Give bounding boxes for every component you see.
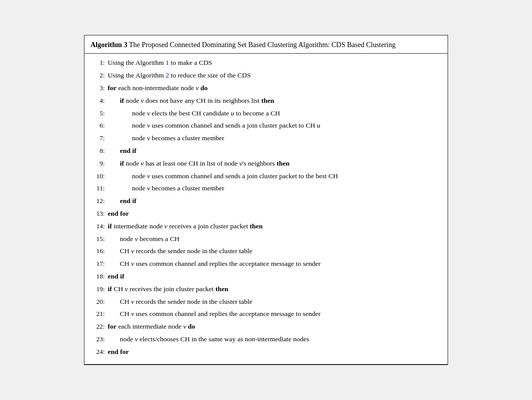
line-content: node v becomes a cluster member bbox=[108, 183, 441, 194]
line-number: 11: bbox=[91, 183, 105, 194]
line-number: 17: bbox=[91, 259, 105, 269]
line-number: 12: bbox=[91, 196, 105, 207]
line-number: 19: bbox=[91, 284, 105, 295]
line-content: node v becomes a cluster member bbox=[108, 133, 441, 144]
line-content: node v uses common channel and sends a j… bbox=[108, 120, 441, 131]
algo-line-15: 15:node v becomes a CH bbox=[91, 232, 441, 245]
line-number: 10: bbox=[91, 171, 105, 182]
algo-line-19: 19:if CH v receives the join cluster pac… bbox=[91, 283, 441, 295]
line-number: 16: bbox=[91, 246, 105, 257]
algo-line-10: 10:node v uses common channel and sends … bbox=[91, 170, 441, 182]
algo-line-18: 18:end if bbox=[91, 270, 441, 283]
algo-line-8: 8:end if bbox=[91, 145, 441, 157]
algo-line-5: 5:node v elects the best CH candidate u … bbox=[91, 107, 441, 119]
line-number: 1: bbox=[91, 58, 105, 68]
line-number: 24: bbox=[91, 347, 105, 357]
algo-line-24: 24:end for bbox=[91, 345, 441, 358]
algo-line-4: 4:if node v does not have any CH in its … bbox=[91, 94, 441, 107]
line-content: if node v does not have any CH in its ne… bbox=[108, 95, 441, 106]
line-content: if intermediate node v receives a join c… bbox=[108, 221, 441, 232]
line-content: CH v records the sender node in the clus… bbox=[108, 296, 441, 307]
algo-line-7: 7:node v becomes a cluster member bbox=[91, 132, 441, 145]
line-number: 14: bbox=[91, 221, 105, 232]
algo-line-17: 17:CH v uses common channel and replies … bbox=[91, 258, 441, 270]
algo-line-12: 12:end if bbox=[91, 195, 441, 208]
line-number: 22: bbox=[91, 322, 105, 332]
algo-line-21: 21:CH v uses common channel and replies … bbox=[91, 308, 441, 321]
line-content: node v becomes a CH bbox=[108, 233, 441, 245]
line-number: 13: bbox=[91, 209, 105, 219]
line-content: Using the Algorithm 1 to make a CDS bbox=[108, 57, 441, 68]
algorithm-title-text: The Proposed Connected Dominating Set Ba… bbox=[129, 41, 395, 49]
line-content: end if bbox=[108, 195, 441, 207]
algo-line-6: 6:node v uses common channel and sends a… bbox=[91, 119, 441, 132]
line-content: Using the Algorithm 2 to reduce the size… bbox=[108, 70, 441, 81]
line-number: 4: bbox=[91, 96, 105, 106]
line-number: 18: bbox=[91, 271, 105, 282]
algorithm-title-label: Algorithm 3 bbox=[91, 41, 127, 49]
line-number: 23: bbox=[91, 334, 105, 345]
line-number: 3: bbox=[91, 83, 105, 94]
algo-line-14: 14:if intermediate node v receives a joi… bbox=[91, 220, 441, 232]
line-content: end if bbox=[108, 145, 441, 156]
algo-line-13: 13:end for bbox=[91, 208, 441, 220]
line-content: for each non-intermediate node v do bbox=[108, 83, 441, 94]
line-content: CH v uses common channel and replies the… bbox=[108, 258, 441, 269]
algo-line-1: 1:Using the Algorithm 1 to make a CDS bbox=[91, 57, 441, 69]
algo-line-23: 23:node v elects/chooses CH in the same … bbox=[91, 333, 441, 345]
algorithm-body: 1:Using the Algorithm 1 to make a CDS2:U… bbox=[84, 54, 448, 362]
line-content: if CH v receives the join cluster packet… bbox=[108, 284, 441, 295]
algo-line-11: 11:node v becomes a cluster member bbox=[91, 182, 441, 195]
line-number: 2: bbox=[91, 70, 105, 81]
line-content: node v uses common channel and sends a j… bbox=[108, 171, 441, 182]
line-content: end for bbox=[108, 208, 441, 219]
algorithm-header: Algorithm 3 The Proposed Connected Domin… bbox=[84, 35, 448, 54]
line-content: CH v records the sender node in the clus… bbox=[108, 246, 441, 257]
line-number: 15: bbox=[91, 234, 105, 245]
line-number: 6: bbox=[91, 121, 105, 131]
line-number: 7: bbox=[91, 133, 105, 144]
line-number: 9: bbox=[91, 158, 105, 169]
line-number: 20: bbox=[91, 297, 105, 307]
algo-line-2: 2:Using the Algorithm 2 to reduce the si… bbox=[91, 69, 441, 82]
algo-line-3: 3:for each non-intermediate node v do bbox=[91, 82, 441, 95]
algo-line-16: 16:CH v records the sender node in the c… bbox=[91, 245, 441, 258]
line-content: for each intermediate node v do bbox=[108, 321, 441, 332]
algorithm-box: Algorithm 3 The Proposed Connected Domin… bbox=[84, 35, 448, 365]
line-content: node v elects/chooses CH in the same way… bbox=[108, 334, 441, 345]
algo-line-9: 9:if node v has at least one CH in list … bbox=[91, 157, 441, 170]
line-content: end if bbox=[108, 271, 441, 282]
line-content: if node v has at least one CH in list of… bbox=[108, 158, 441, 169]
algo-line-22: 22:for each intermediate node v do bbox=[91, 321, 441, 333]
line-number: 5: bbox=[91, 108, 105, 119]
line-content: node v elects the best CH candidate u to… bbox=[108, 108, 441, 119]
line-number: 21: bbox=[91, 309, 105, 319]
algo-line-20: 20:CH v records the sender node in the c… bbox=[91, 295, 441, 308]
bottom-rule bbox=[84, 364, 448, 365]
line-number: 8: bbox=[91, 146, 105, 156]
line-content: CH v uses common channel and replies the… bbox=[108, 308, 441, 319]
line-content: end for bbox=[108, 346, 441, 357]
